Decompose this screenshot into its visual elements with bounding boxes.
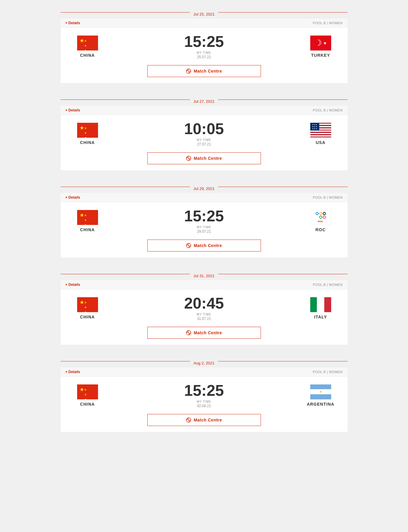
- details-button-5[interactable]: + Details: [65, 370, 80, 374]
- details-button-3[interactable]: + Details: [65, 195, 80, 200]
- flag-argentina-5: ✦: [310, 384, 331, 399]
- my-time-label-5: MY TIME: [197, 400, 211, 403]
- match-header-5: + Details POOL B | WOMEN: [61, 367, 348, 377]
- date-label-1: Jul 25, 2021: [190, 12, 218, 16]
- match-centre-wrapper-4: Match Centre: [61, 324, 348, 345]
- match-date-small-4: 31.07.21: [197, 317, 211, 321]
- date-label-5: Aug 2, 2021: [190, 361, 218, 365]
- page-wrapper: Jul 25, 2021 + Details POOL B | WOMEN CH…: [61, 0, 348, 439]
- team-name-right-2: USA: [316, 140, 326, 145]
- flag-china-3: [77, 210, 98, 225]
- flag-turkey-1: ☽ ★: [310, 36, 331, 50]
- volleyball-icon-1: [186, 68, 191, 74]
- match-center-info-3: 15:25 MY TIME 29.07.21: [184, 208, 224, 234]
- match-center-info-2: 10:05 MY TIME 27.07.21: [184, 121, 224, 146]
- match-body-4: CHINA 20:45 MY TIME 31.07.21 ITALY: [61, 289, 348, 324]
- match-centre-button-1[interactable]: Match Centre: [147, 65, 261, 77]
- date-label-2: Jul 27, 2021: [190, 99, 218, 104]
- pool-label-1: POOL B | WOMEN: [313, 21, 343, 25]
- date-separator-5: Aug 2, 2021: [61, 355, 348, 367]
- volleyball-icon-4: [186, 330, 191, 335]
- flag-china-1: [77, 36, 98, 50]
- team-name-left-3: CHINA: [80, 227, 95, 232]
- team-left-3: CHINA: [70, 210, 106, 232]
- match-body-5: CHINA 15:25 MY TIME 02.08.21 ✦ ARG: [61, 377, 348, 411]
- match-center-info-1: 15:25 MY TIME 25.07.21: [184, 34, 224, 59]
- team-left-4: CHINA: [70, 297, 106, 319]
- details-button-4[interactable]: + Details: [65, 283, 80, 287]
- team-left-2: CHINA: [70, 123, 106, 145]
- match-centre-button-4[interactable]: Match Centre: [147, 327, 261, 339]
- match-header-3: + Details POOL B | WOMEN: [61, 193, 348, 202]
- team-right-3: ROC ROC: [303, 210, 339, 232]
- match-centre-wrapper-3: Match Centre: [61, 237, 348, 257]
- team-right-5: ✦ ARGENTINA: [303, 384, 339, 407]
- match-time-5: 15:25: [184, 383, 224, 398]
- team-name-left-1: CHINA: [80, 53, 95, 58]
- match-card-2: + Details POOL B | WOMEN CHINA 10:05 MY …: [61, 106, 348, 170]
- flag-china-2: [77, 123, 98, 138]
- flag-italy-4: [310, 297, 331, 312]
- match-time-2: 10:05: [184, 121, 224, 137]
- pool-label-4: POOL B | WOMEN: [313, 283, 343, 286]
- match-header-2: + Details POOL B | WOMEN: [61, 106, 348, 115]
- team-name-right-5: ARGENTINA: [307, 402, 334, 407]
- match-center-info-4: 20:45 MY TIME 31.07.21: [184, 295, 224, 321]
- team-name-right-4: ITALY: [314, 315, 327, 319]
- match-date-small-5: 02.08.21: [197, 404, 211, 408]
- my-time-label-2: MY TIME: [197, 138, 211, 142]
- team-name-left-5: CHINA: [80, 402, 95, 407]
- flag-china-4: [77, 297, 98, 312]
- my-time-label-3: MY TIME: [197, 226, 211, 229]
- team-right-1: ☽ ★ TURKEY: [303, 36, 339, 58]
- match-body-2: CHINA 10:05 MY TIME 27.07.21: [61, 115, 348, 149]
- flag-roc-3: ROC: [310, 210, 331, 225]
- volleyball-icon-5: [186, 417, 191, 423]
- details-button-1[interactable]: + Details: [65, 21, 80, 25]
- my-time-label-1: MY TIME: [197, 51, 211, 54]
- team-name-right-1: TURKEY: [311, 53, 330, 58]
- match-time-1: 15:25: [184, 34, 224, 49]
- match-body-3: CHINA 15:25 MY TIME 29.07.21: [61, 202, 348, 237]
- match-date-small-2: 27.07.21: [197, 142, 211, 146]
- team-right-2: ★★★★★★★★★ USA: [303, 123, 339, 145]
- pool-label-3: POOL B | WOMEN: [313, 196, 343, 199]
- match-center-info-5: 15:25 MY TIME 02.08.21: [184, 383, 224, 408]
- match-date-small-3: 29.07.21: [197, 229, 211, 234]
- match-header-1: + Details POOL B | WOMEN: [61, 19, 348, 28]
- match-card-4: + Details POOL B | WOMEN CHINA 20:45 MY …: [61, 280, 348, 345]
- team-name-left-2: CHINA: [80, 140, 95, 145]
- match-centre-button-5[interactable]: Match Centre: [147, 414, 261, 426]
- pool-label-2: POOL B | WOMEN: [313, 108, 343, 112]
- date-separator-4: Jul 31, 2021: [61, 268, 348, 280]
- pool-label-5: POOL B | WOMEN: [313, 370, 343, 374]
- match-card-1: + Details POOL B | WOMEN CHINA 15:25 MY …: [61, 19, 348, 83]
- team-name-right-3: ROC: [315, 227, 326, 232]
- match-date-small-1: 25.07.21: [197, 55, 211, 59]
- match-card-3: + Details POOL B | WOMEN CHINA 15:25 MY …: [61, 193, 348, 257]
- date-separator-2: Jul 27, 2021: [61, 93, 348, 106]
- team-left-1: CHINA: [70, 36, 106, 58]
- team-right-4: ITALY: [303, 297, 339, 319]
- date-separator-1: Jul 25, 2021: [61, 6, 348, 19]
- team-name-left-4: CHINA: [80, 315, 95, 319]
- match-centre-button-3[interactable]: Match Centre: [147, 240, 261, 252]
- match-body-1: CHINA 15:25 MY TIME 25.07.21 ☽ ★ TURKEY: [61, 28, 348, 62]
- match-centre-wrapper-2: Match Centre: [61, 149, 348, 170]
- match-centre-button-2[interactable]: Match Centre: [147, 152, 261, 164]
- match-time-3: 15:25: [184, 208, 224, 224]
- match-card-5: + Details POOL B | WOMEN CHINA 15:25 MY …: [61, 367, 348, 432]
- match-centre-wrapper-5: Match Centre: [61, 411, 348, 432]
- my-time-label-4: MY TIME: [197, 313, 211, 316]
- match-header-4: + Details POOL B | WOMEN: [61, 280, 348, 289]
- match-time-4: 20:45: [184, 295, 224, 311]
- date-separator-3: Jul 29, 2021: [61, 180, 348, 193]
- volleyball-icon-2: [186, 156, 191, 161]
- date-label-4: Jul 31, 2021: [190, 274, 218, 278]
- volleyball-icon-3: [186, 243, 191, 248]
- team-left-5: CHINA: [70, 384, 106, 407]
- match-centre-wrapper-1: Match Centre: [61, 62, 348, 83]
- date-label-3: Jul 29, 2021: [190, 186, 218, 191]
- flag-china-5: [77, 384, 98, 399]
- details-button-2[interactable]: + Details: [65, 108, 80, 112]
